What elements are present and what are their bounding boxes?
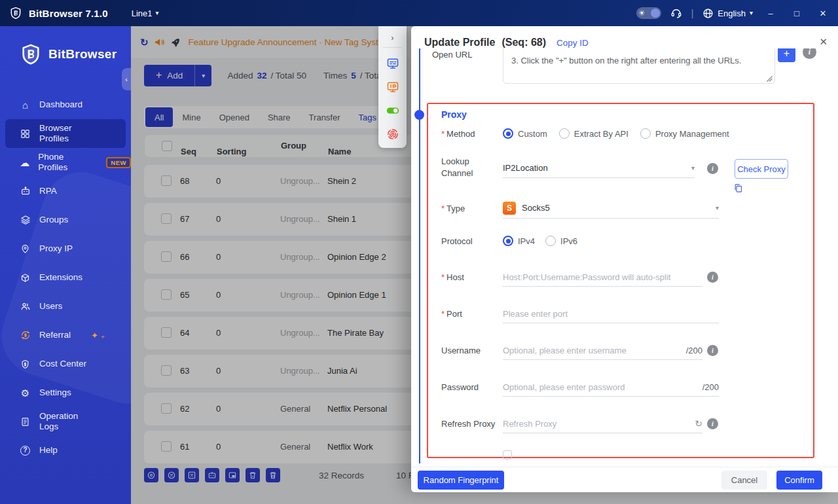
sidebar-item-proxy-ip[interactable]: Proxy IP — [0, 234, 131, 263]
globe-icon — [702, 8, 714, 19]
type-label: *Type — [441, 204, 465, 213]
maximize-button[interactable]: □ — [788, 9, 805, 18]
sidebar-item-users[interactable]: Users — [0, 292, 131, 321]
close-window-button[interactable]: ✕ — [814, 9, 831, 18]
lookup-info-icon[interactable]: i — [707, 163, 718, 174]
port-input[interactable] — [503, 309, 719, 319]
cancel-button[interactable]: Cancel — [721, 471, 767, 490]
host-input[interactable] — [503, 272, 702, 282]
gear-icon: ⚙ — [20, 387, 31, 399]
protocol-option-ipv6[interactable]: IPv6 — [545, 236, 577, 246]
lookup-channel-select[interactable]: IP2Location ▾ — [503, 158, 695, 178]
protocol-option-ipv4[interactable]: IPv4 — [503, 236, 535, 246]
new-badge: NEW — [106, 157, 131, 168]
sidebar-item-phone-profiles[interactable]: ☁ Phone Profiles NEW — [0, 148, 131, 177]
sparkle-icon: ✦ ₊ — [91, 331, 105, 340]
chevron-right-icon: › — [391, 33, 393, 43]
sidebar-item-settings[interactable]: ⚙ Settings — [0, 378, 131, 407]
ip-monitor-icon[interactable] — [386, 80, 400, 94]
username-input[interactable] — [503, 346, 686, 355]
caret-down-icon: ▾ — [156, 10, 159, 16]
radio-selected-icon[interactable] — [503, 236, 513, 246]
app-logo-icon — [9, 7, 22, 20]
refresh-info-icon[interactable]: i — [707, 418, 718, 429]
support-headset-icon[interactable] — [670, 7, 682, 19]
modal-seq: (Seq: 68) — [501, 37, 546, 48]
sidebar-item-referral[interactable]: Referral ✦ ₊ — [0, 321, 131, 350]
caret-down-icon: ▾ — [691, 164, 695, 171]
home-icon: ⌂ — [20, 99, 31, 111]
method-option-proxy-management[interactable]: Proxy Management — [640, 128, 729, 139]
users-icon — [20, 301, 31, 312]
document-log-icon — [20, 416, 31, 427]
protocol-label: Protocol — [441, 236, 473, 246]
sidebar-item-cost-center[interactable]: Cost Center — [0, 350, 131, 378]
chevron-left-icon: ‹ — [125, 75, 128, 83]
radio-icon[interactable] — [559, 128, 570, 139]
collapse-toolbar-button[interactable]: › — [391, 29, 393, 46]
lookup-channel-label: LookupChannel — [441, 156, 473, 179]
method-label: *Method — [441, 129, 475, 139]
caret-down-icon: ▾ — [716, 204, 719, 211]
shield-dollar-icon — [20, 359, 31, 370]
method-options: Custom Extract By API Proxy Management — [503, 124, 729, 143]
check-proxy-button[interactable]: Check Proxy — [735, 159, 788, 179]
theme-toggle[interactable]: ☀ — [636, 7, 661, 19]
toggle-knob — [651, 9, 660, 18]
password-label: Password — [441, 382, 479, 392]
sidebar-item-groups[interactable]: Groups — [0, 206, 131, 234]
display-settings-icon[interactable] — [386, 56, 400, 71]
modal-header: Update Profile (Seq: 68) Copy ID ✕ — [411, 26, 838, 48]
resize-handle-icon[interactable] — [767, 76, 773, 82]
sidebar-item-browser-profiles[interactable]: Browser Profiles — [5, 119, 126, 148]
language-selector[interactable]: English ▾ — [702, 8, 753, 19]
caret-down-icon: ▾ — [750, 10, 753, 16]
username-label: Username — [441, 346, 481, 355]
method-option-custom[interactable]: Custom — [503, 128, 547, 139]
radio-icon[interactable] — [545, 236, 556, 246]
proxy-type-select[interactable]: S Socks5 ▾ — [503, 198, 719, 219]
refresh-proxy-label: Refresh Proxy — [441, 419, 495, 429]
minimize-button[interactable]: – — [762, 9, 779, 18]
fingerprint-icon[interactable] — [386, 127, 400, 141]
sidebar-item-rpa[interactable]: RPA — [0, 177, 131, 206]
password-field-wrap: /200 — [503, 378, 719, 397]
partial-checkbox[interactable] — [503, 450, 512, 459]
method-option-extract-api[interactable]: Extract By API — [559, 128, 628, 139]
radio-selected-icon[interactable] — [503, 128, 513, 139]
floating-toolbar: › — [378, 26, 407, 148]
password-input[interactable] — [503, 382, 702, 392]
cube-icon — [20, 272, 31, 283]
port-field-wrap — [503, 304, 719, 323]
sidebar: BitBrowser ‹ ⌂ Dashboard Browser Profile… — [0, 26, 131, 504]
cloud-phone-icon: ☁ — [20, 157, 29, 168]
question-icon: ? — [20, 445, 31, 456]
sidebar-collapse-button[interactable]: ‹ — [122, 68, 131, 90]
sidebar-item-operation-logs[interactable]: Operation Logs — [0, 407, 131, 436]
close-modal-icon[interactable]: ✕ — [819, 36, 828, 48]
username-field-wrap: /200 — [503, 341, 702, 360]
username-info-icon[interactable]: i — [707, 345, 718, 356]
update-profile-modal: Open URL 3. Click the "+" button on the … — [411, 26, 838, 492]
sidebar-item-dashboard[interactable]: ⌂ Dashboard — [0, 90, 131, 119]
line-selector[interactable]: Line1 ▾ — [132, 9, 159, 18]
refresh-icon[interactable]: ↻ — [695, 418, 702, 429]
plus-icon: + — [784, 48, 790, 60]
confirm-button[interactable]: Confirm — [776, 471, 822, 490]
referral-icon — [20, 330, 31, 341]
toggle-on-icon[interactable] — [386, 103, 400, 118]
copy-icon[interactable] — [733, 183, 743, 193]
grid-icon — [20, 128, 31, 139]
sidebar-item-extensions[interactable]: Extensions — [0, 263, 131, 292]
refresh-proxy-input[interactable] — [503, 419, 695, 429]
sidebar-item-help[interactable]: ? Help — [0, 436, 131, 465]
random-fingerprint-button[interactable]: Random Fingerprint — [418, 471, 504, 490]
sun-icon: ☀ — [638, 9, 646, 17]
layers-icon — [20, 215, 31, 226]
host-info-icon[interactable]: i — [707, 272, 718, 283]
radio-icon[interactable] — [640, 128, 651, 139]
open-url-label: Open URL — [432, 50, 472, 60]
titlebar: BitBrowser 7.1.0 Line1 ▾ ☀ | En — [0, 0, 838, 26]
copy-id-link[interactable]: Copy ID — [556, 38, 589, 48]
protocol-options: IPv4 IPv6 — [503, 232, 577, 250]
